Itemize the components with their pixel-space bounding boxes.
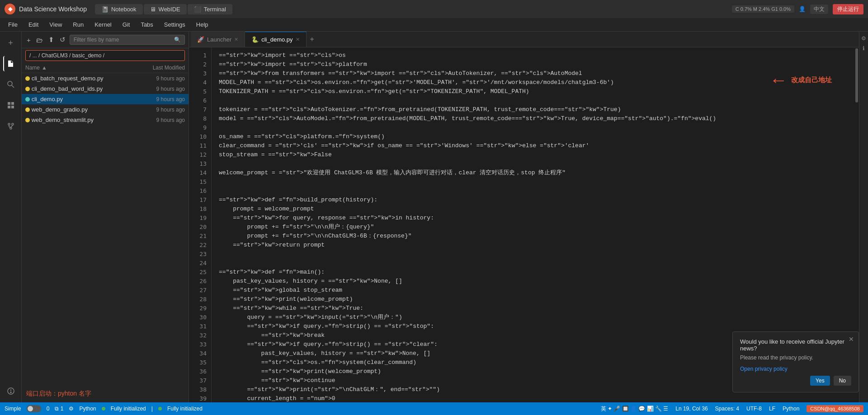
activity-search[interactable] xyxy=(3,77,19,92)
notification-link[interactable]: Open privacy policy xyxy=(740,365,851,372)
lang-btn[interactable]: 中文 xyxy=(810,5,828,14)
no-button[interactable]: No xyxy=(834,376,851,386)
new-file-btn[interactable]: + xyxy=(25,35,32,45)
app-logo: ◆ xyxy=(5,4,15,14)
line-numbers: 1234567891011121314151617181920212223242… xyxy=(189,47,212,402)
filter-placeholder: Filter files by name xyxy=(74,37,119,43)
new-folder-btn[interactable]: 🗁 xyxy=(35,35,44,45)
menu-edit[interactable]: Edit xyxy=(24,19,43,30)
lang-mode[interactable]: Python xyxy=(783,406,799,412)
branch-count: 0 xyxy=(47,406,50,412)
status-dot-2 xyxy=(158,407,162,410)
svg-point-7 xyxy=(12,123,14,125)
tab-webide[interactable]: 🖥 WebIDE xyxy=(144,4,187,14)
svg-line-1 xyxy=(12,85,14,88)
svg-rect-5 xyxy=(11,106,14,108)
tab-notebook[interactable]: 📓 Notebook xyxy=(95,4,143,14)
menu-kernel[interactable]: Kernel xyxy=(90,19,116,30)
menu-help[interactable]: Help xyxy=(192,19,213,30)
file-name: web_demo_streamlit.py xyxy=(32,117,140,123)
encoding-indicator[interactable]: UTF-8 xyxy=(746,406,762,412)
file-item-cli-batch[interactable]: cli_batch_request_demo.py 9 hours ago xyxy=(22,73,189,84)
initialized-2: Fully initialized xyxy=(167,406,203,412)
svg-rect-4 xyxy=(8,106,10,108)
statusbar-left: Simple 0 ⧉ 1 ⚙ Python Fully initialized … xyxy=(5,405,203,412)
python-file-icon xyxy=(25,76,30,81)
yes-button[interactable]: Yes xyxy=(810,376,830,386)
right-icon-info[interactable]: ℹ xyxy=(863,45,865,51)
line-ending[interactable]: LF xyxy=(769,406,775,412)
python-badge: Python xyxy=(79,406,96,412)
file-list-header: Name ▲ Last Modified xyxy=(22,63,189,73)
modified-label: Last Modified xyxy=(153,65,185,71)
file-item-web-gradio[interactable]: web_demo_gradio.py 9 hours ago xyxy=(22,104,189,115)
menu-view[interactable]: View xyxy=(45,19,66,30)
menu-settings[interactable]: Settings xyxy=(160,19,190,30)
privacy-link[interactable]: Open privacy policy xyxy=(740,366,788,372)
status-bar-icons: 英 ✦ 🎤 🔲 👤 💬 📊 🔧 ☰ xyxy=(601,405,669,413)
file-item-cli-demo[interactable]: cli_demo.py 9 hours ago xyxy=(22,94,189,104)
tab-cli-demo[interactable]: 🐍 cli_demo.py ✕ xyxy=(245,32,306,47)
csdn-badge: CSDN@qq_46368508 xyxy=(807,405,863,412)
titlebar: ◆ Data Science Workshop 📓 Notebook 🖥 Web… xyxy=(0,0,868,18)
spaces-indicator[interactable]: Spaces: 4 xyxy=(715,406,739,412)
webide-icon: 🖥 xyxy=(150,6,156,13)
activity-new[interactable]: + xyxy=(3,35,19,51)
scrollbar-thumb[interactable] xyxy=(855,48,858,103)
menu-tabs[interactable]: Tabs xyxy=(136,19,157,30)
activity-files[interactable] xyxy=(3,56,19,71)
name-column-header[interactable]: Name ▲ xyxy=(25,65,140,71)
python-file-icon xyxy=(25,107,30,112)
tab-cli-demo-close[interactable]: ✕ xyxy=(296,37,300,42)
svg-point-14 xyxy=(10,392,11,393)
svg-point-8 xyxy=(10,127,12,129)
statusbar-right: 英 ✦ 🎤 🔲 👤 💬 📊 🔧 ☰ Ln 19, Col 36 Spaces: … xyxy=(601,405,863,413)
notification-close[interactable]: ✕ xyxy=(849,336,854,343)
mode-label: Simple xyxy=(5,406,21,412)
save-button[interactable]: 停止运行 xyxy=(833,4,863,14)
svg-point-0 xyxy=(8,81,12,86)
menu-run[interactable]: Run xyxy=(68,19,88,30)
upload-btn[interactable]: ⬆ xyxy=(47,34,56,45)
filter-box[interactable]: Filter files by name 🔍 xyxy=(70,35,185,45)
tab-add-button[interactable]: + xyxy=(307,33,318,45)
modified-column-header[interactable]: Last Modified xyxy=(140,65,185,71)
file-list: cli_batch_request_demo.py 9 hours ago cl… xyxy=(22,73,189,385)
position-indicator[interactable]: Ln 19, Col 36 xyxy=(675,406,708,412)
tab-terminal[interactable]: ⬛ Terminal xyxy=(188,4,232,14)
notification-text: Please read the privacy policy. xyxy=(740,354,851,361)
file-modified: 9 hours ago xyxy=(140,107,185,113)
tab-launcher[interactable]: 🚀 Launcher ✕ xyxy=(191,32,245,47)
file-modified: 9 hours ago xyxy=(140,96,185,103)
sidebar-toolbar: + 🗁 ⬆ ↺ Filter files by name 🔍 xyxy=(22,32,189,48)
breadcrumb[interactable]: / ... / ChatGLM3 / basic_demo / xyxy=(25,50,185,61)
svg-rect-2 xyxy=(8,102,10,105)
notification-buttons: Yes No xyxy=(740,376,851,386)
separator: | xyxy=(151,406,153,412)
language-indicator[interactable]: Python xyxy=(79,406,96,412)
avatar-icon[interactable]: 👤 xyxy=(799,6,806,12)
titlebar-tabs: 📓 Notebook 🖥 WebIDE ⬛ Terminal xyxy=(95,4,232,14)
activity-bar: + xyxy=(0,32,22,402)
simple-toggle[interactable] xyxy=(27,405,41,412)
python-icon: 🐍 xyxy=(251,36,259,43)
statusbar: Simple 0 ⧉ 1 ⚙ Python Fully initialized … xyxy=(0,402,868,415)
settings-icon[interactable]: ⚙ xyxy=(69,406,74,412)
status-dot xyxy=(102,407,105,410)
activity-git[interactable] xyxy=(3,118,19,134)
launcher-icon: 🚀 xyxy=(197,36,204,43)
python-file-icon xyxy=(25,118,30,122)
activity-debug[interactable] xyxy=(3,383,19,399)
activity-extensions[interactable] xyxy=(3,98,19,113)
right-icon-settings[interactable]: ⚙ xyxy=(861,35,866,42)
file-modified: 9 hours ago xyxy=(140,75,185,82)
python-file-icon xyxy=(25,87,30,91)
file-name: web_demo_gradio.py xyxy=(32,106,140,113)
file-item-cli-bad[interactable]: cli_demo_bad_word_ids.py 9 hours ago xyxy=(22,84,189,94)
menu-file[interactable]: File xyxy=(4,19,22,30)
tab-launcher-close[interactable]: ✕ xyxy=(234,37,238,42)
menu-git[interactable]: Git xyxy=(118,19,135,30)
file-name: cli_batch_request_demo.py xyxy=(32,75,140,82)
file-item-web-streamlit[interactable]: web_demo_streamlit.py 9 hours ago xyxy=(22,115,189,125)
refresh-btn[interactable]: ↺ xyxy=(58,34,67,45)
